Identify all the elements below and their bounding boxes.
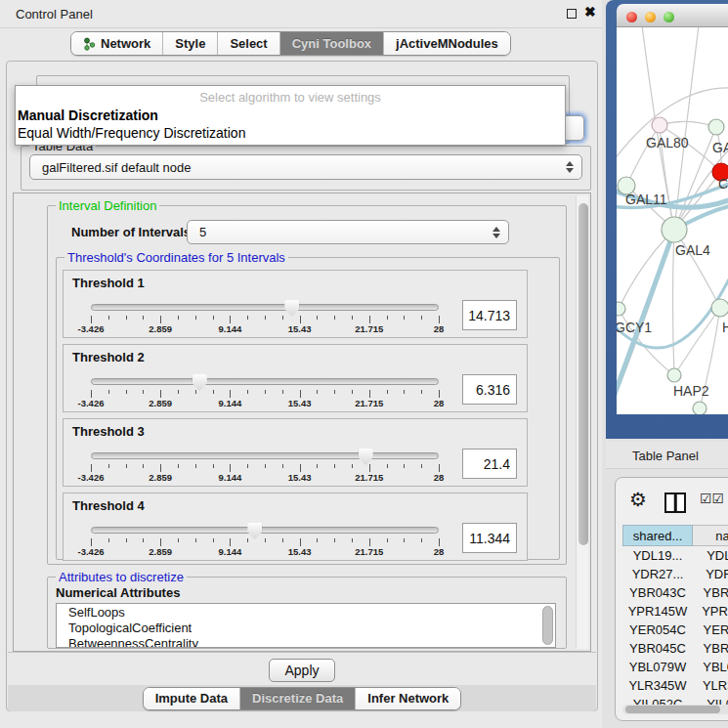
tab-select[interactable]: Select xyxy=(218,32,279,55)
table-data-combobox[interactable]: galFiltered.sif default node xyxy=(29,154,582,180)
zoom-traffic-light-icon[interactable] xyxy=(664,12,674,22)
table-row[interactable]: YER054CYER054C xyxy=(623,621,728,639)
apply-button[interactable]: Apply xyxy=(269,659,335,682)
threshold-slider-thumb[interactable] xyxy=(359,449,373,465)
table-cell[interactable]: YDL19... xyxy=(623,546,693,565)
table-cell[interactable]: YER054C xyxy=(623,621,693,639)
tab-impute-data[interactable]: Impute Data xyxy=(144,688,240,709)
scale-label: 21.715 xyxy=(355,323,383,334)
table-cell[interactable]: YLR345W xyxy=(623,676,693,695)
popup-option-equal-width[interactable]: Equal Width/Frequency Discretization xyxy=(16,124,565,142)
combo-arrows-icon xyxy=(492,227,500,238)
threshold-slider-thumb[interactable] xyxy=(284,300,299,317)
tab-label: Cyni Toolbox xyxy=(292,36,371,51)
minimize-traffic-light-icon[interactable] xyxy=(645,12,656,22)
threshold-slider-track[interactable] xyxy=(91,378,439,385)
network-node-gal4[interactable] xyxy=(662,217,687,242)
scale-label: 28 xyxy=(434,398,445,408)
number-of-intervals-combobox[interactable]: 5 xyxy=(187,220,509,244)
table-hscrollbar-track[interactable] xyxy=(622,705,728,714)
network-window-titlebar xyxy=(617,4,728,27)
popup-hint: Select algorithm to view settings xyxy=(16,86,565,107)
network-node-ga[interactable] xyxy=(708,119,724,135)
table-cell[interactable]: YPR145W xyxy=(623,602,693,621)
table-row[interactable]: YDL19...YDL19... xyxy=(623,546,728,565)
scale-label: 21.715 xyxy=(355,398,383,408)
close-traffic-light-icon[interactable] xyxy=(626,12,637,22)
network-node-hap2[interactable] xyxy=(667,368,681,382)
table-row[interactable]: YBR045CYBR045C xyxy=(623,639,728,658)
tab-jactivemnodules[interactable]: jActiveMNodules xyxy=(384,32,510,55)
column-header-shared-name[interactable]: shared... xyxy=(623,526,693,546)
table-row[interactable]: YBR043CYBR043C xyxy=(623,583,728,602)
table-row[interactable]: YLR345WYLR345W xyxy=(623,676,728,695)
slider-scale-labels: -3.4262.8599.14415.4321.71528 xyxy=(91,323,439,335)
apply-row: Apply xyxy=(8,652,596,685)
network-node-gcy1[interactable] xyxy=(617,302,625,316)
network-node-gal80[interactable] xyxy=(652,117,667,133)
select-columns-checkboxes-icon[interactable]: ☑☑ xyxy=(700,491,724,506)
table-hscrollbar-thumb[interactable] xyxy=(625,706,720,713)
columns-icon[interactable] xyxy=(664,492,686,513)
table-row[interactable]: YDR27...YDR27... xyxy=(623,565,728,583)
popup-option-manual[interactable]: Manual Discretization xyxy=(16,107,565,124)
tab-network[interactable]: Network xyxy=(71,32,163,55)
threshold-slider-thumb[interactable] xyxy=(193,374,207,391)
network-nodes[interactable] xyxy=(617,117,728,414)
tab-label: Infer Network xyxy=(367,691,449,706)
close-icon[interactable]: ✖ xyxy=(584,4,596,20)
table-cell[interactable]: YPR145W xyxy=(693,602,728,621)
gear-icon[interactable]: ⚙ xyxy=(629,488,647,511)
table-cell[interactable]: YDR27... xyxy=(623,565,693,583)
threshold-slider-track[interactable] xyxy=(91,304,439,311)
table-cell[interactable]: YER054C xyxy=(693,621,728,639)
tab-cyni-toolbox[interactable]: Cyni Toolbox xyxy=(280,32,384,55)
network-node-h[interactable] xyxy=(711,299,728,317)
threshold-slider-track[interactable] xyxy=(91,527,439,534)
list-item[interactable]: BetweennessCentrality xyxy=(57,635,555,648)
table-panel-title: Table Panel xyxy=(632,449,699,463)
threshold-coordinates-group: Threshold's Coordinates for 5 Intervals … xyxy=(56,257,560,560)
table-cell[interactable]: YDR27... xyxy=(693,565,728,583)
scale-label: -3.426 xyxy=(78,472,105,483)
scale-label: 15.43 xyxy=(288,398,312,408)
table-cell[interactable]: YBR043C xyxy=(623,583,693,602)
list-item[interactable]: SelfLoops xyxy=(57,604,555,620)
list-item[interactable]: TopologicalCoefficient xyxy=(57,620,555,635)
settings-scrollbar-thumb[interactable] xyxy=(578,203,588,545)
tab-infer-network[interactable]: Infer Network xyxy=(356,688,460,709)
numerical-attributes-list[interactable]: SelfLoopsTopologicalCoefficientBetweenne… xyxy=(56,603,556,648)
node-label: GAL80 xyxy=(646,135,689,150)
column-header-name[interactable]: name xyxy=(693,526,728,546)
network-canvas[interactable]: GAL80GACGAL11GAL4GCY1HHAP2 xyxy=(617,27,728,414)
group-title: Attributes to discretize xyxy=(56,570,187,584)
table-cell[interactable]: YBL079W xyxy=(623,658,693,676)
list-scrollbar[interactable] xyxy=(542,606,553,645)
threshold-slider-track[interactable] xyxy=(91,452,439,459)
float-window-icon[interactable] xyxy=(567,9,577,19)
settings-scrollbar-track[interactable] xyxy=(576,195,588,649)
threshold-value-field[interactable] xyxy=(462,449,517,479)
tab-discretize-data[interactable]: Discretize Data xyxy=(240,688,356,709)
table-cell[interactable]: YBR043C xyxy=(693,583,728,602)
table-cell[interactable]: YBL079W xyxy=(693,658,728,676)
scale-label: -3.426 xyxy=(78,323,105,334)
slider-scale-labels: -3.4262.8599.14415.4321.71528 xyxy=(91,398,439,409)
threshold-value-field[interactable] xyxy=(462,300,517,330)
node-label: GAL11 xyxy=(625,192,667,207)
threshold-slider-thumb[interactable] xyxy=(247,523,262,539)
table-cell[interactable]: YBR045C xyxy=(623,639,693,658)
table-cell[interactable]: YBR045C xyxy=(693,639,728,658)
table-row[interactable]: YBL079WYBL079W xyxy=(623,658,728,676)
network-node[interactable] xyxy=(693,402,707,414)
threshold-value-field[interactable] xyxy=(462,523,517,553)
table-row[interactable]: YPR145WYPR145W xyxy=(623,602,728,621)
table-cell[interactable]: YDL19... xyxy=(693,546,728,565)
window-title: Control Panel xyxy=(16,7,93,21)
tab-style[interactable]: Style xyxy=(163,32,218,55)
table-cell[interactable]: YLR345W xyxy=(693,676,728,695)
threshold-value-field[interactable] xyxy=(462,374,517,405)
screen: Control Panel ✖ NetworkStyleSelectCyni T… xyxy=(0,0,728,728)
node-label: GA xyxy=(712,140,728,155)
node-label: GCY1 xyxy=(617,320,652,335)
